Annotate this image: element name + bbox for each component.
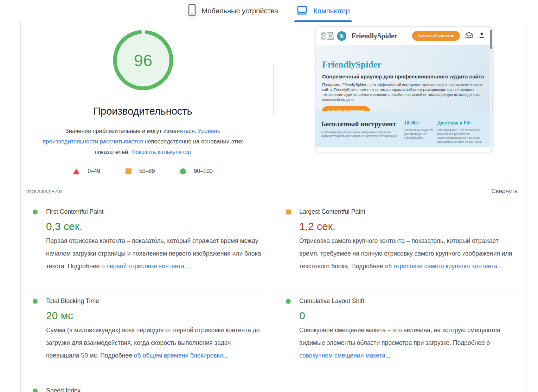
metric-first-contentful-paint: First Contentful Paint 0,3 сек. Первая о… (26, 201, 267, 272)
metric-description: Отрисовка самого крупного контента – пок… (299, 234, 517, 272)
good-circle-icon (180, 168, 186, 174)
thumb-header-actions: Скачать бесплатно (412, 31, 485, 41)
thumb-hero-subtitle: Современный краулер для профессиональног… (322, 73, 493, 79)
good-circle-icon (33, 299, 38, 304)
feature-text: технических аудитов уже проведено с Frie… (404, 128, 435, 140)
performance-title: Производительность (37, 105, 248, 117)
feature-audits-count: 10 000+ технических аудитов уже проведен… (404, 120, 435, 147)
inline-link[interactable]: Показать калькулятор (131, 149, 191, 155)
metric-description: Совокупное смещение макета – это величин… (299, 324, 517, 362)
legend-range-poor: 0–49 (88, 168, 100, 174)
metric-name: Speed Index (46, 387, 81, 392)
thumb-site-logo: SE FriendlySpider (321, 30, 397, 42)
legend-item-poor: 0–49 (73, 168, 100, 174)
metric-total-blocking-time: Total Blocking Time 20 мс Сумма (в милли… (26, 290, 267, 362)
thumb-scrollbar-track (490, 27, 492, 151)
thumb-hero-section: FriendlySpider Современный краулер для п… (316, 45, 493, 111)
performance-gauge: 96 (112, 29, 174, 91)
metric-value: 0 (299, 310, 523, 322)
metric-description: Первая отрисовка контента – показатель, … (46, 234, 263, 272)
metric-description: Сумма (в миллисекундах) всех периодов от… (46, 324, 263, 362)
legend-item-average: 50–89 (126, 168, 155, 174)
average-square-icon (286, 210, 291, 214)
score-legend: 0–49 50–89 90–100 (37, 168, 248, 174)
legend-range-good: 90–100 (194, 168, 212, 174)
thumb-logo-se-text: SE (321, 30, 334, 42)
thumb-scrollbar-thumb (490, 30, 492, 49)
tab-mobile[interactable]: Мобильные устройства (188, 0, 278, 22)
metric-name: Cumulative Layout Shift (299, 297, 364, 305)
tab-mobile-label: Мобильные устройства (201, 7, 278, 15)
thumb-hero-body: Программа FriendlySpider – это эффективн… (322, 82, 489, 102)
inline-link[interactable]: совокупном смещении макета (299, 352, 385, 359)
site-screenshot-thumbnail: SE FriendlySpider Скачать бесплатно (315, 26, 493, 152)
desktop-computer-icon (296, 5, 308, 17)
metrics-header-row: ПОКАЗАТЕЛИ Свернуть (25, 188, 518, 195)
performance-score: 96 (112, 29, 174, 91)
metric-value: 0,3 сек. (46, 220, 267, 232)
metric-name: Total Blocking Time (46, 297, 99, 305)
feature-text: FriendlySpider – это полностью российска… (437, 128, 488, 144)
metric-name: Largest Contentful Paint (299, 208, 365, 216)
metrics-section-title: ПОКАЗАТЕЛИ (25, 188, 63, 194)
device-tabbar: Мобильные устройства Компьютер (0, 0, 538, 22)
thumb-hero-title: FriendlySpider (322, 59, 493, 70)
good-circle-icon (33, 388, 38, 392)
thumb-site-header: SE FriendlySpider Скачать бесплатно (316, 27, 493, 45)
legend-range-average: 50–89 (139, 168, 155, 174)
poor-triangle-icon (73, 168, 80, 174)
spider-logo-icon (337, 31, 346, 41)
feature-available-rf: Доступно в РФ FriendlySpider – это полно… (437, 120, 488, 147)
mobile-phone-icon (188, 4, 196, 18)
tab-desktop-label: Компьютер (313, 7, 350, 15)
inline-link[interactable]: о первой отрисовке контента (101, 263, 184, 270)
metric-name: First Contentful Paint (46, 208, 103, 216)
mail-icon (465, 32, 473, 40)
metric-largest-contentful-paint: Largest Contentful Paint 1,2 сек. Отрисо… (280, 201, 523, 272)
legend-item-good: 90–100 (180, 168, 212, 174)
thumb-feature-band: Бесплатный инструмент в бета-версии для … (316, 111, 493, 147)
collapse-toggle[interactable]: Свернуть (491, 188, 518, 195)
inline-link[interactable]: об общем времени блокировки (134, 352, 223, 359)
thumb-brand-text: FriendlySpider (352, 32, 397, 40)
thumb-download-button-header: Скачать бесплатно (412, 31, 460, 41)
metric-value: 1,2 сек. (299, 220, 523, 232)
performance-description: Значения приблизительные и могут изменят… (37, 126, 248, 157)
good-circle-icon (286, 299, 291, 304)
metric-cumulative-layout-shift: Cumulative Layout Shift 0 Совокупное сме… (280, 290, 523, 362)
inline-link[interactable]: об отрисовке самого крупного контента (385, 263, 498, 270)
metric-value: 20 мс (46, 310, 267, 322)
metric-speed-index: Speed Index (26, 380, 267, 392)
average-square-icon (126, 168, 132, 174)
feature-free-tool: Бесплатный инструмент в бета-версии для … (321, 120, 404, 147)
summary-divider (273, 64, 274, 115)
tab-desktop[interactable]: Компьютер (296, 0, 350, 22)
feature-title: 10 000+ (404, 120, 435, 126)
good-circle-icon (33, 210, 38, 214)
feature-text: в бета-версии для решения ежедневных зад… (321, 130, 404, 138)
account-person-icon (478, 32, 485, 40)
feature-title: Доступно в РФ (437, 120, 488, 126)
feature-title: Бесплатный инструмент (321, 120, 404, 128)
